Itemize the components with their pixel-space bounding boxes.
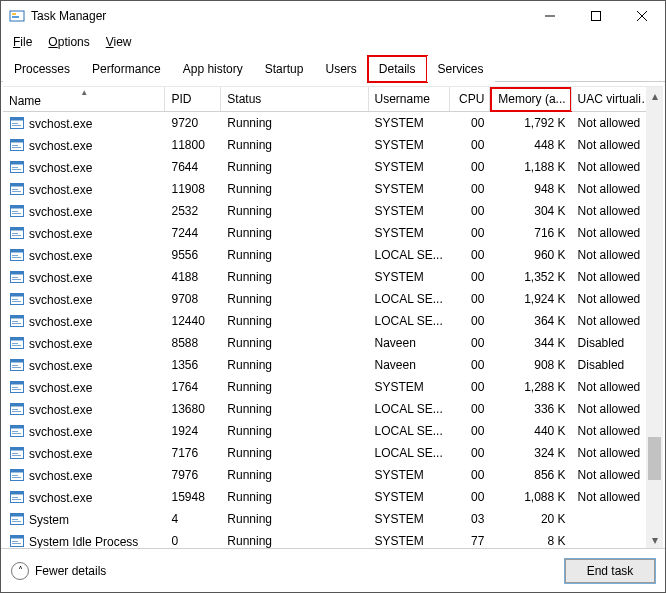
table-row[interactable]: svchost.exe7976RunningSYSTEM00856 KNot a…	[3, 464, 663, 486]
cell-username: SYSTEM	[369, 376, 450, 398]
svg-rect-46	[12, 323, 21, 324]
cell-status: Running	[221, 112, 368, 135]
cell-pid: 9556	[165, 244, 221, 266]
svg-rect-30	[12, 235, 21, 236]
svg-rect-56	[11, 382, 24, 385]
col-header-pid[interactable]: PID	[165, 87, 221, 112]
maximize-button[interactable]	[573, 1, 619, 31]
table-row[interactable]: svchost.exe11800RunningSYSTEM00448 KNot …	[3, 134, 663, 156]
vertical-scrollbar[interactable]: ▴ ▾	[646, 87, 663, 548]
table-row[interactable]: svchost.exe7644RunningSYSTEM001,188 KNot…	[3, 156, 663, 178]
process-icon	[9, 159, 25, 175]
tab-app-history[interactable]: App history	[172, 56, 254, 82]
menu-file[interactable]: File	[7, 33, 38, 51]
cell-username: LOCAL SE...	[369, 310, 450, 332]
svg-rect-22	[12, 191, 21, 192]
svg-rect-37	[12, 277, 18, 278]
svg-rect-53	[12, 365, 18, 366]
tab-users[interactable]: Users	[314, 56, 367, 82]
process-name: svchost.exe	[29, 183, 92, 197]
cell-status: Running	[221, 178, 368, 200]
process-name: svchost.exe	[29, 117, 92, 131]
table-row[interactable]: svchost.exe1764RunningSYSTEM001,288 KNot…	[3, 376, 663, 398]
cell-memory: 20 K	[490, 508, 571, 530]
scroll-thumb[interactable]	[648, 437, 661, 480]
table-row[interactable]: svchost.exe2532RunningSYSTEM00304 KNot a…	[3, 200, 663, 222]
table-row[interactable]: svchost.exe7176RunningLOCAL SE...00324 K…	[3, 442, 663, 464]
menu-options[interactable]: Options	[42, 33, 95, 51]
process-table[interactable]: ▲Name PID Status Username CPU Memory (a.…	[3, 87, 663, 548]
svg-rect-13	[12, 145, 18, 146]
process-name: System Idle Process	[29, 535, 138, 548]
svg-rect-48	[11, 338, 24, 341]
cell-username: LOCAL SE...	[369, 420, 450, 442]
tab-services[interactable]: Services	[427, 56, 495, 82]
svg-rect-38	[12, 279, 21, 280]
process-name: svchost.exe	[29, 315, 92, 329]
process-name: svchost.exe	[29, 139, 92, 153]
table-row[interactable]: svchost.exe15948RunningSYSTEM001,088 KNo…	[3, 486, 663, 508]
scroll-track[interactable]	[646, 104, 663, 531]
minimize-button[interactable]	[527, 1, 573, 31]
close-button[interactable]	[619, 1, 665, 31]
process-icon	[9, 181, 25, 197]
cell-status: Running	[221, 464, 368, 486]
scroll-down-button[interactable]: ▾	[646, 531, 663, 548]
table-row[interactable]: svchost.exe9708RunningLOCAL SE...001,924…	[3, 288, 663, 310]
table-row[interactable]: svchost.exe7244RunningSYSTEM00716 KNot a…	[3, 222, 663, 244]
tab-performance[interactable]: Performance	[81, 56, 172, 82]
tab-details[interactable]: Details	[368, 56, 427, 82]
cell-username: LOCAL SE...	[369, 398, 450, 420]
cell-pid: 13680	[165, 398, 221, 420]
table-row[interactable]: svchost.exe1356RunningNaveen00908 KDisab…	[3, 354, 663, 376]
cell-pid: 0	[165, 530, 221, 548]
svg-rect-76	[11, 492, 24, 495]
col-header-cpu[interactable]: CPU	[450, 87, 491, 112]
process-name: System	[29, 513, 69, 527]
cell-status: Running	[221, 508, 368, 530]
table-row[interactable]: System4RunningSYSTEM0320 K	[3, 508, 663, 530]
cell-username: SYSTEM	[369, 112, 450, 135]
end-task-button[interactable]: End task	[565, 559, 655, 583]
menu-view[interactable]: View	[100, 33, 138, 51]
svg-rect-66	[12, 433, 21, 434]
scroll-up-button[interactable]: ▴	[646, 87, 663, 104]
cell-cpu: 00	[450, 200, 491, 222]
table-row[interactable]: System Idle Process0RunningSYSTEM778 K	[3, 530, 663, 548]
table-row[interactable]: svchost.exe9556RunningLOCAL SE...00960 K…	[3, 244, 663, 266]
table-row[interactable]: svchost.exe1924RunningLOCAL SE...00440 K…	[3, 420, 663, 442]
col-header-memory[interactable]: Memory (a...	[490, 87, 571, 112]
fewer-details-toggle[interactable]: ˄ Fewer details	[11, 562, 106, 580]
cell-username: SYSTEM	[369, 508, 450, 530]
table-row[interactable]: svchost.exe4188RunningSYSTEM001,352 KNot…	[3, 266, 663, 288]
table-row[interactable]: svchost.exe9720RunningSYSTEM001,792 KNot…	[3, 112, 663, 135]
tab-startup[interactable]: Startup	[254, 56, 315, 82]
svg-rect-40	[11, 294, 24, 297]
process-name: svchost.exe	[29, 161, 92, 175]
svg-rect-81	[12, 519, 18, 520]
col-header-name[interactable]: ▲Name	[3, 87, 165, 112]
cell-pid: 12440	[165, 310, 221, 332]
process-icon	[9, 247, 25, 263]
table-row[interactable]: svchost.exe11908RunningSYSTEM00948 KNot …	[3, 178, 663, 200]
process-icon	[9, 357, 25, 373]
cell-memory: 344 K	[490, 332, 571, 354]
table-row[interactable]: svchost.exe12440RunningLOCAL SE...00364 …	[3, 310, 663, 332]
cell-status: Running	[221, 442, 368, 464]
cell-cpu: 00	[450, 134, 491, 156]
cell-pid: 9708	[165, 288, 221, 310]
svg-rect-8	[11, 118, 24, 121]
table-row[interactable]: svchost.exe8588RunningNaveen00344 KDisab…	[3, 332, 663, 354]
svg-rect-21	[12, 189, 18, 190]
process-icon	[9, 511, 25, 527]
process-icon	[9, 467, 25, 483]
tab-processes[interactable]: Processes	[3, 56, 81, 82]
svg-rect-68	[11, 448, 24, 451]
titlebar[interactable]: Task Manager	[1, 1, 665, 31]
cell-pid: 8588	[165, 332, 221, 354]
col-header-status[interactable]: Status	[221, 87, 368, 112]
table-row[interactable]: svchost.exe13680RunningLOCAL SE...00336 …	[3, 398, 663, 420]
cell-pid: 7176	[165, 442, 221, 464]
process-icon	[9, 423, 25, 439]
col-header-username[interactable]: Username	[369, 87, 450, 112]
